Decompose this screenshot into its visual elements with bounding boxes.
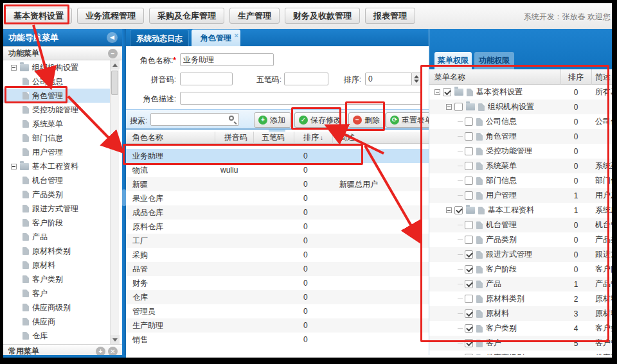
- permission-checkbox[interactable]: [465, 147, 473, 155]
- sidebar-tree-item[interactable]: 部门信息: [3, 131, 110, 145]
- sidebar-tree-item[interactable]: 客户阶段: [3, 216, 110, 230]
- add-button[interactable]: + 添加: [254, 112, 291, 128]
- permission-tree-row[interactable]: 客户类别 4 客户类: [429, 321, 612, 336]
- top-menu-button[interactable]: 基本资料设置: [5, 8, 72, 24]
- permission-tree-row[interactable]: 产品类别 0 产品类: [429, 232, 612, 247]
- tab-role-management[interactable]: 角色管理 ×: [192, 30, 240, 46]
- column-header-desc[interactable]: 简述: [333, 132, 429, 144]
- permission-checkbox[interactable]: [465, 221, 473, 229]
- tree-collapse-icon[interactable]: [11, 65, 17, 71]
- tab-function-permissions[interactable]: 功能权限: [474, 52, 514, 69]
- permission-tree-row[interactable]: 供应商级别 6 供应商: [429, 351, 612, 355]
- table-row[interactable]: 生产助理 0: [126, 318, 429, 333]
- sidebar-tree-item[interactable]: 受控功能管理: [3, 103, 110, 117]
- tree-collapse-icon[interactable]: [446, 207, 452, 213]
- permission-checkbox[interactable]: [465, 162, 473, 170]
- role-desc-input[interactable]: [180, 92, 422, 105]
- permission-checkbox[interactable]: [465, 132, 473, 141]
- sidebar-tree-item[interactable]: 角色管理: [3, 89, 110, 103]
- table-row[interactable]: 新疆 0 新疆总用户: [126, 177, 429, 191]
- permission-checkbox[interactable]: [465, 117, 473, 126]
- permission-tree-row[interactable]: 基本资料设置 0 所有基: [429, 85, 612, 100]
- tree-collapse-icon[interactable]: [446, 104, 452, 110]
- permission-checkbox[interactable]: [465, 309, 473, 318]
- scrollbar-thumb[interactable]: [111, 71, 118, 95]
- sidebar-tree-item[interactable]: 供应商级别: [3, 300, 110, 315]
- permission-tree-row[interactable]: 部门信息 0 部门信: [429, 173, 612, 188]
- top-menu-button[interactable]: 生产管理: [229, 8, 280, 24]
- permission-tree-row[interactable]: 客户 5 客户管: [429, 336, 612, 351]
- column-header-pinyin[interactable]: 拼音码: [215, 132, 254, 144]
- column-header-name[interactable]: 角色名称: [126, 132, 215, 144]
- sidebar-tree-item[interactable]: 产品: [3, 230, 110, 244]
- table-row[interactable]: 工厂 0: [126, 234, 429, 248]
- sidebar-tree-item[interactable]: 公司信息: [3, 74, 110, 89]
- permission-checkbox[interactable]: [465, 354, 473, 355]
- role-name-input[interactable]: [180, 53, 274, 66]
- permission-tree-row[interactable]: 受控功能管理 0: [429, 144, 612, 159]
- top-menu-button[interactable]: 财务及收款管理: [285, 8, 360, 24]
- column-header-sort[interactable]: 排序↓: [294, 132, 333, 144]
- table-row[interactable]: 管理员 0: [126, 304, 429, 318]
- permission-checkbox[interactable]: [465, 280, 473, 288]
- permission-tree-row[interactable]: 客户阶段 0 客户阶: [429, 262, 612, 277]
- top-menu-button[interactable]: 报表管理: [365, 8, 415, 24]
- tab-menu-permissions[interactable]: 菜单权限: [434, 52, 472, 69]
- sidebar-tree-item[interactable]: 组织机构设置: [3, 60, 110, 74]
- sidebar-tree-item[interactable]: 原材料类别: [3, 244, 110, 258]
- scroll-up-button[interactable]: [111, 60, 120, 69]
- save-button[interactable]: ✓ 保存修改: [294, 112, 347, 128]
- function-menu-section-bar[interactable]: 功能菜单 −: [3, 46, 122, 60]
- sidebar-tree-item[interactable]: 基本工程资料: [3, 159, 110, 173]
- permission-tree-row[interactable]: 公司信息 0 公司信: [429, 114, 612, 129]
- wubi-input[interactable]: [284, 73, 328, 85]
- table-row[interactable]: 业务助理 0: [126, 149, 429, 163]
- permission-checkbox[interactable]: [454, 206, 463, 214]
- sort-spinner-input[interactable]: [365, 73, 412, 85]
- permission-tree-row[interactable]: 机台管理 0 机台管: [429, 218, 612, 232]
- permission-tree-row[interactable]: 原材料 3 原材料: [429, 306, 612, 321]
- table-row[interactable]: 仓库 0: [126, 290, 429, 304]
- column-header-sort[interactable]: 排序: [560, 72, 591, 83]
- scroll-down-button[interactable]: [111, 335, 120, 344]
- tree-collapse-icon[interactable]: [11, 164, 17, 169]
- sidebar-tree-item[interactable]: 客户类别: [3, 272, 110, 286]
- table-row[interactable]: 果业仓库 0: [126, 191, 429, 205]
- sidebar-tree-item[interactable]: 客户: [3, 286, 110, 300]
- permission-checkbox[interactable]: [465, 295, 473, 303]
- table-row[interactable]: 销售 0: [126, 333, 429, 347]
- sidebar-tree-item[interactable]: 用户管理: [3, 145, 110, 159]
- permission-tree-row[interactable]: 系统菜单 0 系统菜: [429, 159, 612, 173]
- table-row[interactable]: 成品仓库 0: [126, 205, 429, 220]
- tab-system-log[interactable]: 系统动态日志: [130, 30, 189, 46]
- sidebar-tree-item[interactable]: 供应商: [3, 315, 110, 329]
- permission-checkbox[interactable]: [465, 191, 473, 200]
- collapse-section-icon[interactable]: −: [108, 49, 118, 58]
- table-row[interactable]: 物流 wuliu 0: [126, 163, 429, 177]
- permission-checkbox[interactable]: [465, 177, 473, 185]
- sidebar-tree-item[interactable]: 仓库: [3, 329, 110, 343]
- permission-tree-row[interactable]: 基本工程资料 1 系统用: [429, 203, 612, 218]
- permission-tree-row[interactable]: 跟进方式管理 0 跟进方: [429, 247, 612, 262]
- table-row[interactable]: 品管 0: [126, 262, 429, 276]
- permission-tree-row[interactable]: 角色管理 0: [429, 129, 612, 144]
- permission-checkbox[interactable]: [465, 339, 473, 347]
- sidebar-tree-item[interactable]: 跟进方式管理: [3, 202, 110, 216]
- sidebar-tree-item[interactable]: 机台管理: [3, 173, 110, 187]
- permission-checkbox[interactable]: [443, 88, 451, 96]
- top-menu-button[interactable]: 业务流程管理: [77, 8, 144, 24]
- column-header-menu-name[interactable]: 菜单名称: [434, 72, 465, 83]
- spinner-up-icon[interactable]: [414, 75, 419, 78]
- search-input[interactable]: [150, 113, 239, 126]
- table-row[interactable]: 采购 0: [126, 248, 429, 262]
- spinner-down-icon[interactable]: [414, 80, 419, 83]
- permission-tree-row[interactable]: 用户管理 1 用户及: [429, 188, 612, 203]
- delete-button[interactable]: − 删除: [348, 112, 386, 128]
- table-row[interactable]: 财务 0: [126, 276, 429, 290]
- sidebar-tree-item[interactable]: 系统菜单: [3, 117, 110, 131]
- permission-checkbox[interactable]: [454, 103, 463, 111]
- sidebar-scrollbar[interactable]: [110, 60, 119, 344]
- column-header-wubi[interactable]: 五笔码: [254, 132, 294, 144]
- collapse-sidebar-icon[interactable]: ◀: [107, 32, 118, 43]
- sidebar-tree-item[interactable]: 原材料: [3, 258, 110, 272]
